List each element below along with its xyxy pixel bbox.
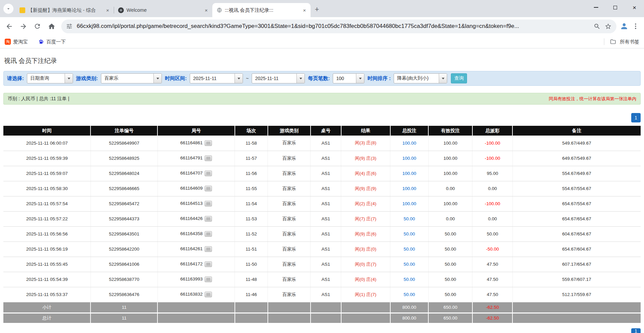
- total-row: 总计 11 800.00 650.00 -62.50: [3, 313, 641, 323]
- view-cards-icon[interactable]: [205, 140, 212, 146]
- total-bet-link[interactable]: 100.00: [402, 186, 416, 191]
- reload-button[interactable]: [31, 20, 44, 33]
- bookmark-star-icon[interactable]: [605, 23, 612, 30]
- chevron-down-icon[interactable]: [356, 74, 364, 83]
- table-row: 2025-11-11 05:59:39522958648925661164791…: [3, 151, 641, 166]
- cell-bet-id: 522958638770: [91, 272, 157, 287]
- chevron-down-icon[interactable]: [235, 74, 243, 83]
- cell-time: 2025-11-11 05:56:56: [3, 226, 91, 242]
- cell-round: 661164861: [157, 136, 235, 151]
- cell-bet-id: 522958644373: [91, 211, 157, 226]
- minimize-button[interactable]: [586, 0, 606, 15]
- home-button[interactable]: [45, 20, 58, 33]
- close-button[interactable]: ×: [625, 0, 644, 15]
- cell-game-type: 百家乐: [268, 287, 311, 302]
- view-cards-icon[interactable]: [205, 231, 212, 237]
- date-from-picker[interactable]: 2025-11-11: [190, 73, 243, 83]
- address-bar[interactable]: 66cxkj98.com/ipl/portal.php/game/betreco…: [61, 20, 616, 33]
- tab-search-button[interactable]: [3, 4, 13, 14]
- total-bet-link[interactable]: 50.00: [404, 292, 415, 297]
- view-cards-icon[interactable]: [205, 292, 212, 297]
- sort-dropdown[interactable]: 降幕(由大到小): [394, 73, 447, 83]
- pagination-bottom-button[interactable]: 1: [631, 328, 641, 333]
- total-bet-link[interactable]: 100.00: [402, 141, 416, 146]
- cell-table-no: AS1: [311, 272, 341, 287]
- chevron-down-icon[interactable]: [296, 74, 305, 83]
- tab-welcome[interactable]: Welcome ×: [114, 3, 212, 17]
- date-to-picker[interactable]: 2025-11-11: [252, 73, 305, 83]
- total-bet-link[interactable]: 50.00: [404, 231, 415, 236]
- payout-value: 47.50: [487, 262, 498, 267]
- view-cards-icon[interactable]: [205, 171, 212, 176]
- cell-note: 554.67/649.67: [512, 166, 641, 181]
- cell-round: 661164172: [157, 257, 235, 272]
- tab-close-icon[interactable]: ×: [203, 7, 210, 13]
- page-size-dropdown[interactable]: 100: [333, 73, 364, 83]
- cell-result: 闲(9) 庄(9): [341, 181, 390, 196]
- maximize-button[interactable]: [606, 0, 625, 15]
- chevron-down-icon[interactable]: [65, 74, 73, 83]
- tab-close-icon[interactable]: ×: [301, 7, 308, 13]
- total-bet-link[interactable]: 100.00: [402, 171, 416, 176]
- cell-round: 661163993: [157, 272, 235, 287]
- zoom-icon[interactable]: [594, 23, 601, 30]
- page-title: 视讯 会员下注纪录: [4, 57, 641, 65]
- chevron-down-icon[interactable]: [439, 74, 447, 83]
- view-cards-icon[interactable]: [205, 276, 212, 282]
- site-settings-icon[interactable]: [66, 23, 73, 30]
- url-text[interactable]: 66cxkj98.com/ipl/portal.php/game/betreco…: [77, 23, 589, 30]
- view-cards-icon[interactable]: [205, 261, 212, 267]
- chevron-down-icon[interactable]: [153, 74, 162, 83]
- game-type-dropdown[interactable]: 百家乐: [101, 73, 162, 83]
- profile-icon[interactable]: [620, 22, 629, 31]
- total-bet-link[interactable]: 100.00: [402, 201, 416, 206]
- page-1-button[interactable]: 1: [631, 113, 641, 122]
- column-header-note: 备注: [512, 126, 641, 136]
- cell-session: 11-48: [235, 272, 268, 287]
- cell-time: 2025-11-11 05:54:39: [3, 272, 91, 287]
- all-bookmarks[interactable]: 所有书签: [604, 38, 639, 45]
- tab-close-icon[interactable]: ×: [104, 7, 111, 13]
- result-player: 闲(0): [355, 262, 365, 267]
- tab-forum[interactable]: 【新提醒】海燕策略论坛 - 综合 ×: [15, 3, 114, 17]
- view-cards-icon[interactable]: [205, 216, 212, 222]
- total-bet-link[interactable]: 50.00: [404, 277, 415, 282]
- cell-total-bet: 100.00: [390, 166, 429, 181]
- subtotal-total-bet: 800.00: [390, 302, 429, 313]
- table-row: 2025-11-11 05:55:45522958641006661164172…: [3, 257, 641, 272]
- cell-table-no: AS1: [311, 242, 341, 257]
- cell-round: 661164609: [157, 181, 235, 196]
- bookmark-taobao[interactable]: 淘 爱淘宝: [5, 39, 28, 45]
- forward-button[interactable]: [17, 20, 30, 33]
- menu-dots-icon[interactable]: [632, 23, 639, 30]
- cell-session: 11-56: [235, 166, 268, 181]
- bookmarks-bar: 淘 爱淘宝 百度一下 所有书签: [0, 35, 644, 48]
- subtotal-label: 小计: [3, 302, 91, 313]
- view-cards-icon[interactable]: [205, 246, 212, 252]
- total-bet-link[interactable]: 50.00: [404, 247, 415, 252]
- taobao-icon: 淘: [5, 39, 11, 45]
- total-bet-link[interactable]: 50.00: [404, 262, 415, 267]
- result-banker: 庄(7): [366, 216, 377, 221]
- minimize-icon: [594, 7, 598, 8]
- total-bet-link[interactable]: 50.00: [404, 216, 415, 221]
- total-bet-link[interactable]: 100.00: [402, 156, 416, 161]
- query-button[interactable]: 查询: [451, 73, 467, 83]
- result-banker: 庄(7): [366, 262, 377, 267]
- payout-value: -100.00: [485, 141, 500, 146]
- result-banker: 庄(8): [366, 140, 377, 145]
- cell-payout: -100.00: [472, 136, 512, 151]
- select-mode-dropdown[interactable]: 日期查询: [27, 73, 73, 83]
- view-cards-icon[interactable]: [205, 186, 212, 191]
- column-header-game-type: 游戏类别: [268, 126, 311, 136]
- result-player: 闲(0): [355, 277, 365, 282]
- cell-bet-id: 522958648024: [91, 166, 157, 181]
- new-tab-button[interactable]: +: [312, 4, 322, 14]
- tab-bet-records-active[interactable]: :::视讯 会员下注纪录::: ×: [212, 3, 311, 17]
- view-cards-icon[interactable]: [205, 201, 212, 207]
- cell-valid-bet: 50.00: [428, 272, 472, 287]
- cell-note: 654.67/604.67: [512, 242, 641, 257]
- back-button[interactable]: [3, 20, 15, 33]
- bookmark-baidu[interactable]: 百度一下: [38, 39, 66, 45]
- view-cards-icon[interactable]: [205, 155, 212, 161]
